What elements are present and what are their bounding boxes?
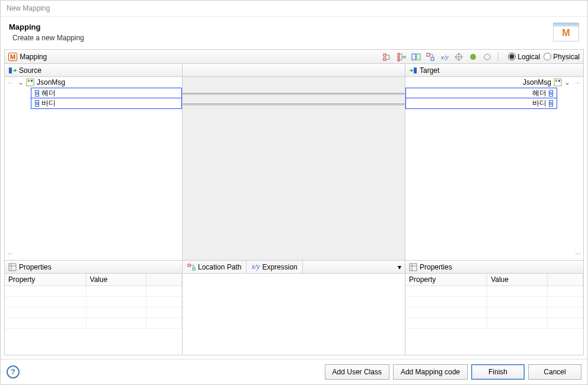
- properties-title: Properties: [19, 263, 52, 271]
- svg-rect-5: [404, 56, 405, 58]
- mapping-toolbar: M Mapping x/y Logical Physical: [5, 50, 583, 64]
- target-child-label: 바디: [532, 98, 547, 108]
- col-value[interactable]: Value: [487, 274, 548, 286]
- scroll-down-icon[interactable]: ﹀: [574, 251, 582, 259]
- source-root-label: JsonMsg: [37, 78, 65, 86]
- mapping-canvas[interactable]: [183, 64, 405, 260]
- page-title: Mapping: [9, 23, 84, 31]
- help-icon[interactable]: ?: [7, 365, 20, 378]
- scroll-up-icon[interactable]: ︿: [574, 78, 582, 86]
- svg-rect-21: [554, 79, 561, 86]
- properties-title: Properties: [420, 263, 452, 271]
- svg-rect-18: [28, 80, 30, 82]
- target-child-row[interactable]: S 바디: [405, 98, 557, 109]
- svg-rect-29: [410, 264, 417, 271]
- tab-label: Location Path: [198, 263, 241, 271]
- col-property[interactable]: Property: [405, 274, 487, 286]
- svg-rect-3: [398, 56, 400, 58]
- location-path-icon: [187, 263, 196, 271]
- scroll-down-icon[interactable]: ﹀: [6, 251, 14, 259]
- mapping-link[interactable]: [183, 104, 405, 104]
- source-child-label: 헤더: [41, 88, 56, 98]
- mapping-icon: M: [8, 53, 17, 61]
- svg-rect-27: [188, 264, 190, 267]
- svg-rect-2: [398, 53, 400, 55]
- source-child-label: 바디: [41, 98, 56, 108]
- svg-point-15: [484, 54, 490, 60]
- tab-dropdown-icon[interactable]: ▾: [394, 261, 405, 273]
- string-type-icon: S: [549, 90, 553, 97]
- toolbar-circle-outline-icon[interactable]: [482, 52, 492, 62]
- toolbar-table-link-icon[interactable]: [411, 52, 421, 62]
- toolbar-target-icon[interactable]: [454, 52, 464, 62]
- tab-label: Expression: [262, 263, 297, 271]
- wizard-icon: M: [553, 23, 579, 41]
- target-icon: [409, 66, 417, 75]
- target-child-row[interactable]: S 헤더: [405, 88, 557, 98]
- target-root-label: JsonMsg: [523, 78, 551, 86]
- svg-rect-20: [414, 68, 417, 73]
- svg-rect-0: [384, 54, 386, 56]
- string-type-icon: S: [35, 90, 39, 97]
- radio-physical[interactable]: Physical: [544, 53, 580, 61]
- target-properties-table[interactable]: PropertyValue: [405, 274, 583, 329]
- source-properties-panel: Properties PropertyValue: [5, 261, 183, 355]
- main-area: M Mapping x/y Logical Physical: [4, 49, 584, 355]
- add-user-class-button[interactable]: Add User Class: [325, 364, 389, 380]
- source-properties-table[interactable]: PropertyValue: [5, 274, 182, 329]
- cancel-button[interactable]: Cancel: [528, 364, 581, 380]
- page-subtitle: Create a new Mapping: [12, 34, 84, 42]
- svg-rect-22: [555, 80, 557, 82]
- add-mapping-code-button[interactable]: Add Mapping code: [393, 364, 468, 380]
- wizard-header: Mapping Create a new Mapping M: [1, 17, 587, 49]
- toolbar-tree-link-icon[interactable]: [383, 52, 392, 62]
- radio-logical[interactable]: Logical: [508, 53, 540, 61]
- toolbar-separator: [498, 52, 498, 62]
- svg-rect-16: [9, 68, 12, 73]
- tab-content: [183, 274, 405, 355]
- footer: ? Add User Class Add Mapping code Finish…: [1, 359, 587, 384]
- toolbar-tree-multi-icon[interactable]: [397, 52, 407, 62]
- toolbar-transform-icon[interactable]: [426, 52, 435, 62]
- svg-point-14: [470, 54, 476, 60]
- target-child-label: 헤더: [532, 88, 547, 98]
- window-title: New Mapping: [1, 1, 587, 17]
- svg-rect-6: [412, 54, 416, 60]
- source-panel: Source ︿ ﹀ ⌄ JsonMsg S 헤더: [5, 64, 183, 260]
- tab-expression[interactable]: x/y Expression: [247, 261, 302, 273]
- col-property[interactable]: Property: [5, 274, 86, 286]
- svg-rect-10: [431, 57, 434, 60]
- svg-rect-9: [427, 53, 430, 56]
- finish-button[interactable]: Finish: [471, 364, 525, 380]
- toolbar-green-dot-icon[interactable]: [468, 52, 478, 62]
- svg-rect-4: [398, 59, 400, 61]
- tab-location-path[interactable]: Location Path: [183, 261, 247, 273]
- source-icon: [8, 66, 17, 75]
- svg-rect-7: [417, 54, 420, 60]
- mapping-link[interactable]: [183, 94, 405, 95]
- properties-icon: [409, 263, 417, 271]
- scroll-up-icon[interactable]: ︿: [6, 78, 14, 86]
- source-child-row[interactable]: S 헤더: [31, 88, 182, 98]
- source-title: Source: [19, 66, 41, 75]
- target-root-row[interactable]: ⌄ JsonMsg: [405, 77, 574, 88]
- expand-icon[interactable]: ⌄: [564, 78, 570, 86]
- target-tree[interactable]: ︿ ﹀ ⌄ JsonMsg S 헤더 S: [405, 77, 583, 260]
- expand-icon[interactable]: ⌄: [18, 78, 24, 86]
- svg-rect-23: [558, 80, 560, 82]
- properties-icon: [8, 263, 17, 271]
- col-value[interactable]: Value: [86, 274, 146, 286]
- json-msg-icon: [26, 78, 34, 86]
- toolbar-xy-icon[interactable]: x/y: [440, 52, 449, 62]
- center-tabs-panel: Location Path x/y Expression ▾: [183, 261, 405, 355]
- json-msg-icon: [554, 78, 562, 86]
- source-root-row[interactable]: ⌄ JsonMsg: [14, 77, 182, 88]
- target-title: Target: [420, 66, 439, 75]
- svg-rect-1: [384, 58, 386, 60]
- svg-rect-19: [31, 80, 33, 82]
- mapping-link[interactable]: [183, 105, 405, 105]
- source-child-row[interactable]: S 바디: [31, 98, 182, 109]
- svg-rect-17: [27, 79, 34, 86]
- source-tree[interactable]: ︿ ﹀ ⌄ JsonMsg S 헤더 S: [5, 77, 182, 260]
- mapping-link[interactable]: [183, 93, 405, 94]
